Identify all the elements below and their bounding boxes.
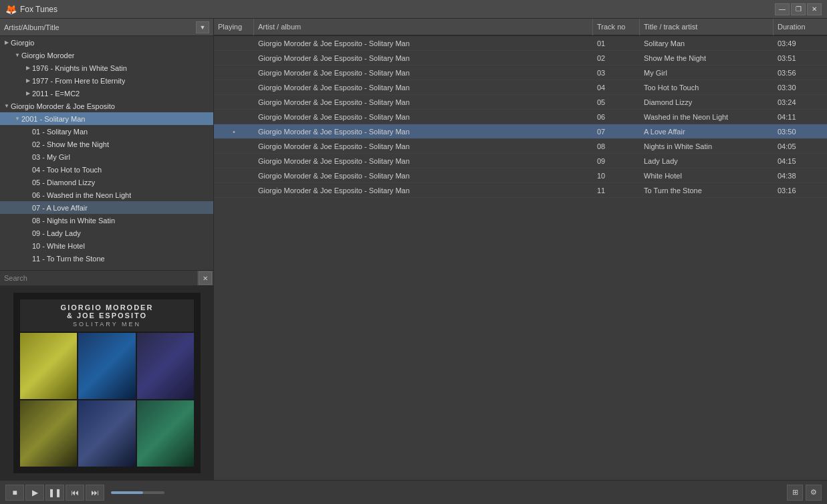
tree-expand-icon xyxy=(24,217,32,225)
prev-button[interactable]: ⏮ xyxy=(66,485,84,501)
right-panel: Playing Artist / album Track no Title / … xyxy=(214,19,827,480)
volume-fill xyxy=(111,491,143,494)
track-playing-indicator: • xyxy=(214,124,254,138)
album-cell-4 xyxy=(20,400,77,467)
tree-header: Artist/Album/Title ▼ xyxy=(0,19,213,36)
tree-item-track-06[interactable]: 06 - Washed in the Neon Light xyxy=(0,188,213,201)
tree-expand-icon xyxy=(24,255,32,263)
left-panel: Artist/Album/Title ▼ ▶ Giorgio ▼ Giorgio… xyxy=(0,19,214,480)
tree-item-track-04[interactable]: 04 - Too Hot to Touch xyxy=(0,163,213,176)
track-row[interactable]: Giorgio Moroder & Joe Esposito - Solitar… xyxy=(214,95,827,110)
track-title: Diamond Lizzy xyxy=(640,95,774,109)
title-bar: 🦊 Fox Tunes — ❐ ✕ xyxy=(0,0,827,19)
search-clear-button[interactable]: ✕ xyxy=(199,271,212,285)
col-header-title[interactable]: Title / track artist xyxy=(640,19,774,35)
track-row[interactable]: Giorgio Moroder & Joe Esposito - Solitar… xyxy=(214,80,827,95)
tree-expand-icon: ▶ xyxy=(24,77,32,85)
track-title: Nights in White Satin xyxy=(640,139,774,153)
track-artist: Giorgio Moroder & Joe Esposito - Solitar… xyxy=(254,66,593,80)
track-row[interactable]: Giorgio Moroder & Joe Esposito - Solitar… xyxy=(214,66,827,80)
track-playing-indicator xyxy=(214,168,254,182)
track-row[interactable]: Giorgio Moroder & Joe Esposito - Solitar… xyxy=(214,36,827,51)
play-button[interactable]: ▶ xyxy=(25,485,44,501)
tree-header-dropdown-button[interactable]: ▼ xyxy=(196,21,209,33)
col-header-duration[interactable]: Duration xyxy=(774,19,827,35)
track-artist: Giorgio Moroder & Joe Esposito - Solitar… xyxy=(254,51,593,65)
app-icon: 🦊 xyxy=(5,4,16,15)
next-button[interactable]: ⏭ xyxy=(86,485,104,501)
app-title: Fox Tunes xyxy=(20,5,775,14)
track-playing-indicator xyxy=(214,51,254,65)
search-bar: ✕ xyxy=(0,270,213,286)
track-list[interactable]: Giorgio Moroder & Joe Esposito - Solitar… xyxy=(214,36,827,480)
col-header-artist[interactable]: Artist / album xyxy=(254,19,593,35)
track-number: 08 xyxy=(593,139,640,153)
track-duration: 03:30 xyxy=(774,80,827,94)
pause-button[interactable]: ❚❚ xyxy=(45,485,64,501)
track-title: Solitary Man xyxy=(640,36,774,50)
col-header-trackno[interactable]: Track no xyxy=(593,19,640,35)
tree-item-album-1976[interactable]: ▶ 1976 - Knights in White Satin xyxy=(0,61,213,74)
track-artist: Giorgio Moroder & Joe Esposito - Solitar… xyxy=(254,80,593,94)
tree-item-track-03[interactable]: 03 - My Girl xyxy=(0,150,213,163)
album-cell-1 xyxy=(20,333,77,399)
track-artist: Giorgio Moroder & Joe Esposito - Solitar… xyxy=(254,110,593,124)
tree-expand-icon: ▶ xyxy=(24,64,32,72)
tree-item-label: 05 - Diamond Lizzy xyxy=(32,178,95,186)
tree-item-track-10[interactable]: 10 - White Hotel xyxy=(0,239,213,252)
track-row[interactable]: Giorgio Moroder & Joe Esposito - Solitar… xyxy=(214,183,827,198)
eq-button[interactable]: ⊞ xyxy=(787,485,803,501)
tree-item-track-01[interactable]: 01 - Solitary Man xyxy=(0,125,213,138)
tree-item-label: 2011 - E=MC2 xyxy=(32,90,80,98)
bottom-bar: ■ ▶ ❚❚ ⏮ ⏭ ⊞ ⚙ xyxy=(0,480,827,504)
stop-button[interactable]: ■ xyxy=(5,485,24,501)
tree-item-track-11[interactable]: 11 - To Turn the Stone xyxy=(0,252,213,265)
tree-item-label: 1976 - Knights in White Satin xyxy=(32,64,127,72)
tree-item-track-09[interactable]: 09 - Lady Lady xyxy=(0,227,213,239)
restore-button[interactable]: ❐ xyxy=(791,3,806,15)
settings-button[interactable]: ⚙ xyxy=(806,485,822,501)
volume-slider[interactable] xyxy=(111,491,164,494)
album-art-title: GIORGIO MORODER & JOE ESPOSITO SOLITARY … xyxy=(20,299,194,332)
track-playing-indicator xyxy=(214,110,254,124)
close-button[interactable]: ✕ xyxy=(807,3,822,15)
album-title-text: SOLITARY MEN xyxy=(73,321,141,328)
tree-item-label: 06 - Washed in the Neon Light xyxy=(32,191,131,199)
tree-item-giorgio-joe[interactable]: ▼ Giorgio Moroder & Joe Esposito xyxy=(0,100,213,112)
track-title: Washed in the Neon Light xyxy=(640,110,774,124)
tree-expand-icon xyxy=(24,178,32,186)
search-input[interactable] xyxy=(0,271,197,285)
tree-item-track-05[interactable]: 05 - Diamond Lizzy xyxy=(0,176,213,188)
tree-item-giorgio[interactable]: ▶ Giorgio xyxy=(0,36,213,49)
col-header-playing[interactable]: Playing xyxy=(214,19,254,35)
tree-item-album-2001[interactable]: ▼ 2001 - Solitary Man xyxy=(0,112,213,125)
track-artist: Giorgio Moroder & Joe Esposito - Solitar… xyxy=(254,139,593,153)
track-row[interactable]: Giorgio Moroder & Joe Esposito - Solitar… xyxy=(214,110,827,124)
track-row[interactable]: Giorgio Moroder & Joe Esposito - Solitar… xyxy=(214,139,827,154)
tree-item-track-07[interactable]: 07 - A Love Affair xyxy=(0,201,213,214)
track-artist: Giorgio Moroder & Joe Esposito - Solitar… xyxy=(254,36,593,50)
album-art: GIORGIO MORODER & JOE ESPOSITO SOLITARY … xyxy=(0,286,214,480)
track-row[interactable]: Giorgio Moroder & Joe Esposito - Solitar… xyxy=(214,51,827,66)
track-row[interactable]: Giorgio Moroder & Joe Esposito - Solitar… xyxy=(214,168,827,183)
album-cell-3 xyxy=(137,333,194,399)
tree-item-track-02[interactable]: 02 - Show Me the Night xyxy=(0,138,213,150)
tree-expand-icon xyxy=(24,191,32,199)
track-playing-indicator xyxy=(214,154,254,168)
minimize-button[interactable]: — xyxy=(775,3,790,15)
tree-item-album-1977[interactable]: ▶ 1977 - From Here to Eternity xyxy=(0,74,213,87)
tree-panel[interactable]: ▶ Giorgio ▼ Giorgio Moroder ▶ 1976 - Kni… xyxy=(0,36,213,270)
track-row[interactable]: • Giorgio Moroder & Joe Esposito - Solit… xyxy=(214,124,827,139)
tree-expand-icon: ▼ xyxy=(13,51,21,59)
track-duration: 03:24 xyxy=(774,95,827,109)
tree-item-label: Giorgio xyxy=(11,39,34,47)
tree-item-track-08[interactable]: 08 - Nights in White Satin xyxy=(0,214,213,227)
track-duration: 03:50 xyxy=(774,124,827,138)
tree-item-giorgio-moroder[interactable]: ▼ Giorgio Moroder xyxy=(0,49,213,61)
track-list-header: Playing Artist / album Track no Title / … xyxy=(214,19,827,36)
tree-item-album-2011[interactable]: ▶ 2011 - E=MC2 xyxy=(0,87,213,100)
track-duration: 04:05 xyxy=(774,139,827,153)
track-number: 01 xyxy=(593,36,640,50)
track-playing-indicator xyxy=(214,139,254,153)
track-row[interactable]: Giorgio Moroder & Joe Esposito - Solitar… xyxy=(214,154,827,168)
